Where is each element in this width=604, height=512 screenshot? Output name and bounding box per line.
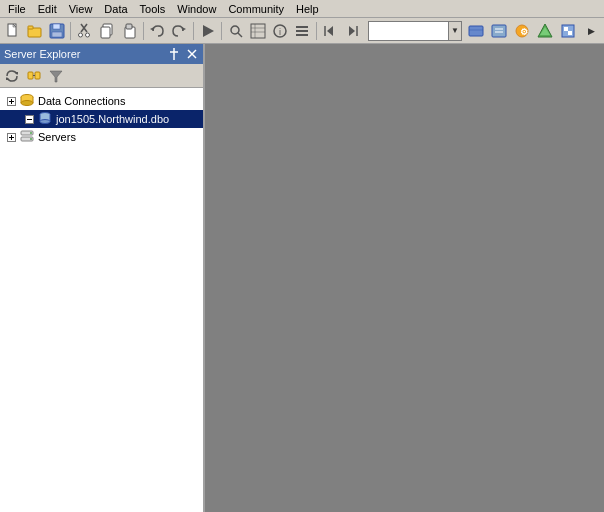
menu-community[interactable]: Community [222, 1, 290, 17]
toolbar-sep-3 [193, 22, 194, 40]
copy-button[interactable] [97, 20, 118, 42]
svg-rect-20 [251, 24, 265, 38]
tree-expander-db[interactable] [22, 112, 36, 126]
toolbar-sep-2 [143, 22, 144, 40]
paste-button[interactable] [119, 20, 140, 42]
svg-marker-29 [327, 26, 333, 36]
svg-rect-14 [126, 24, 132, 29]
search-button[interactable] [225, 20, 246, 42]
toolbar-combo-dropdown[interactable]: ▼ [448, 21, 462, 41]
se-connect-button[interactable] [24, 66, 44, 86]
svg-marker-16 [182, 27, 186, 31]
settings-button[interactable] [292, 20, 313, 42]
menu-help[interactable]: Help [290, 1, 325, 17]
tree-expander-servers[interactable] [4, 130, 18, 144]
toolbar-sep-1 [70, 22, 71, 40]
svg-line-19 [238, 33, 242, 37]
server-explorer-panel: Server Explorer [0, 44, 205, 512]
back-button[interactable] [320, 20, 341, 42]
svg-text:⚙: ⚙ [519, 27, 527, 37]
svg-rect-26 [296, 30, 308, 32]
redo-button[interactable] [169, 20, 190, 42]
db-node-label: jon1505.Northwind.dbo [56, 113, 169, 125]
data-connections-icon [19, 93, 35, 109]
properties-button[interactable]: i [269, 20, 290, 42]
toolbar-combo-input[interactable] [368, 21, 448, 41]
svg-marker-54 [50, 71, 62, 82]
svg-point-10 [85, 33, 89, 37]
right-btn-5[interactable] [557, 20, 579, 42]
undo-button[interactable] [147, 20, 168, 42]
svg-rect-27 [296, 26, 308, 28]
close-button[interactable] [185, 47, 199, 61]
svg-point-62 [21, 101, 33, 106]
servers-icon [19, 129, 35, 145]
toolbar-right-group: ⚙ [465, 20, 579, 42]
svg-rect-28 [296, 34, 308, 36]
main-toolbar: i ▼ ⚙ ▶ [0, 18, 604, 44]
server-explorer-titlebar: Server Explorer [0, 44, 203, 64]
svg-point-74 [30, 132, 32, 134]
svg-rect-5 [53, 24, 60, 29]
save-button[interactable] [46, 20, 67, 42]
svg-rect-52 [35, 72, 40, 79]
menu-window[interactable]: Window [171, 1, 222, 17]
svg-rect-33 [469, 26, 483, 36]
toolbar-scroll-right[interactable]: ▶ [580, 20, 602, 42]
tree-node-data-connections[interactable]: Data Connections [0, 92, 203, 110]
tree-node-servers[interactable]: Servers [0, 128, 203, 146]
right-btn-2[interactable] [488, 20, 510, 42]
svg-marker-31 [349, 26, 355, 36]
svg-rect-44 [568, 31, 572, 35]
toolbar-scroll: ▶ [580, 20, 602, 42]
menu-tools[interactable]: Tools [134, 1, 172, 17]
toolbar-dropdown-group: ▼ [368, 21, 462, 41]
svg-point-69 [40, 120, 50, 124]
run-button[interactable] [197, 20, 218, 42]
main-layout: Server Explorer [0, 44, 604, 512]
content-area [205, 44, 604, 512]
menu-view[interactable]: View [63, 1, 99, 17]
menu-data[interactable]: Data [98, 1, 133, 17]
se-refresh-button[interactable] [2, 66, 22, 86]
server-explorer-title: Server Explorer [4, 48, 163, 60]
forward-button[interactable] [342, 20, 363, 42]
tree-node-db[interactable]: jon1505.Northwind.dbo [0, 110, 203, 128]
server-explorer-tree: Data Connections jon1505.Northwind.d [0, 88, 203, 512]
se-filter-button[interactable] [46, 66, 66, 86]
svg-rect-6 [52, 32, 62, 37]
toolbar-sep-5 [316, 22, 317, 40]
cut-button[interactable] [74, 20, 95, 42]
svg-point-18 [231, 26, 239, 34]
pin-button[interactable] [167, 47, 181, 61]
svg-marker-15 [150, 27, 154, 31]
menu-edit[interactable]: Edit [32, 1, 63, 17]
svg-point-9 [78, 33, 82, 37]
new-file-button[interactable] [2, 20, 23, 42]
menu-bar: File Edit View Data Tools Window Communi… [0, 0, 604, 18]
svg-rect-3 [28, 26, 33, 29]
svg-rect-51 [28, 72, 33, 79]
svg-marker-49 [15, 72, 18, 75]
svg-marker-17 [203, 25, 214, 37]
right-btn-1[interactable] [465, 20, 487, 42]
menu-file[interactable]: File [2, 1, 32, 17]
right-btn-4[interactable] [534, 20, 556, 42]
svg-marker-50 [6, 77, 9, 80]
svg-rect-43 [564, 27, 568, 31]
right-btn-3[interactable]: ⚙ [511, 20, 533, 42]
grid-button[interactable] [247, 20, 268, 42]
svg-point-76 [30, 138, 32, 140]
open-file-button[interactable] [24, 20, 45, 42]
svg-rect-35 [492, 25, 506, 37]
db-node-icon [37, 111, 53, 127]
server-explorer-toolbar [0, 64, 203, 88]
svg-rect-12 [101, 27, 110, 38]
svg-text:i: i [279, 27, 281, 37]
servers-label: Servers [38, 131, 76, 143]
tree-expander-data-connections[interactable] [4, 94, 18, 108]
data-connections-label: Data Connections [38, 95, 125, 107]
toolbar-sep-4 [221, 22, 222, 40]
